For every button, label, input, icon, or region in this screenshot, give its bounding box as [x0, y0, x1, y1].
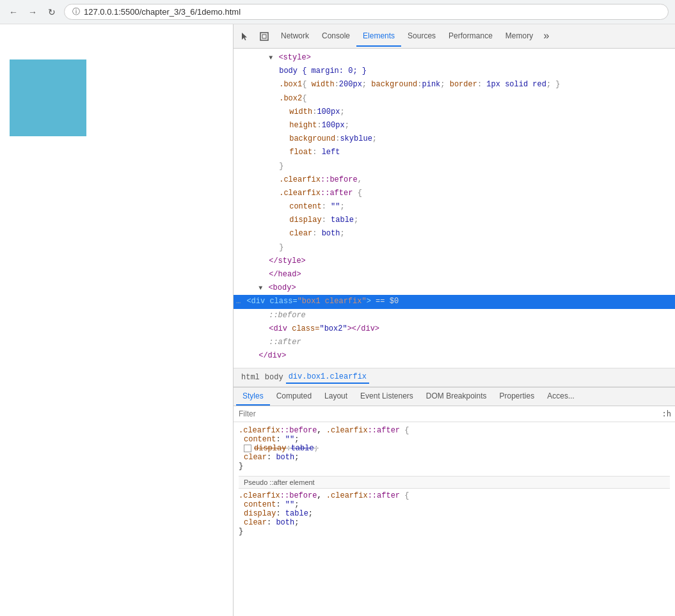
- dom-tree: ▼ <style> body { margin: 0; } .box1{ wid…: [234, 49, 675, 368]
- dom-line: </head>: [234, 268, 675, 281]
- dom-line: width:100px;: [234, 106, 675, 119]
- url-text: 127.0.0.1:5500/chapter_3/3_6/1demo.html: [84, 7, 241, 17]
- filter-pseudo-btn[interactable]: :h: [662, 409, 671, 418]
- tab-dom-breakpoints[interactable]: DOM Breakpoints: [420, 388, 493, 406]
- css-rule-1: .clearfix::before, .clearfix::after { co…: [239, 426, 670, 471]
- lock-icon: ⓘ: [72, 6, 80, 17]
- css-prop-display: display: table;: [244, 444, 670, 453]
- tab-sources[interactable]: Sources: [401, 26, 442, 47]
- breadcrumb-html[interactable]: html: [239, 372, 262, 383]
- blue-box-preview: [10, 59, 86, 136]
- tab-styles[interactable]: Styles: [236, 388, 270, 406]
- tab-layout[interactable]: Layout: [318, 388, 354, 406]
- breadcrumb-div[interactable]: div.box1.clearfix: [286, 371, 369, 384]
- address-bar: ⓘ 127.0.0.1:5500/chapter_3/3_6/1demo.htm…: [64, 4, 669, 20]
- dom-line: clear: both;: [234, 227, 675, 241]
- tab-memory[interactable]: Memory: [499, 26, 539, 47]
- dom-tree-section: ▼ <style> body { margin: 0; } .box1{ wid…: [234, 49, 675, 388]
- dom-line: body { margin: 0; }: [234, 65, 675, 78]
- dom-line: display: table;: [234, 214, 675, 227]
- tab-properties[interactable]: Properties: [493, 388, 541, 406]
- svg-rect-1: [262, 35, 266, 38]
- more-tabs-button[interactable]: »: [539, 28, 553, 45]
- main-layout: Network Console Elements Sources Perform…: [0, 24, 675, 616]
- dom-line: float: left: [234, 146, 675, 159]
- css-close-brace-1: }: [239, 462, 670, 471]
- css-close-brace-2: }: [239, 527, 670, 536]
- browser-chrome: ← → ↻ ⓘ 127.0.0.1:5500/chapter_3/3_6/1de…: [0, 0, 675, 24]
- tab-computed[interactable]: Computed: [270, 388, 318, 406]
- css-selector-1: .clearfix::before, .clearfix::after {: [239, 426, 670, 435]
- dom-line: .box1{ width:200px; background:pink; bor…: [234, 78, 675, 91]
- triangle-icon[interactable]: ▼: [269, 54, 273, 61]
- styles-content: .clearfix::before, .clearfix::after { co…: [234, 422, 675, 616]
- dom-line: height:100px;: [234, 119, 675, 132]
- breadcrumb-body[interactable]: body: [262, 372, 286, 383]
- dom-line: ▼ <style>: [234, 51, 675, 65]
- dom-selected-line[interactable]: … <div class="box1 clearfix"> == $0: [234, 295, 675, 308]
- styles-section: Styles Computed Layout Event Listeners D…: [234, 388, 675, 616]
- dom-line: .clearfix::after {: [234, 187, 675, 200]
- display-checkbox[interactable]: [244, 445, 251, 452]
- css-prop-content-2: content: "";: [244, 500, 670, 509]
- cursor-icon[interactable]: [236, 28, 254, 45]
- pseudo-section-label: Pseudo ::after element: [239, 476, 670, 489]
- dom-line: </style>: [234, 255, 675, 268]
- tab-acces[interactable]: Acces...: [541, 388, 581, 406]
- css-rule-2: .clearfix::before, .clearfix::after { co…: [239, 491, 670, 536]
- dom-line: </div>: [234, 349, 675, 363]
- box-icon[interactable]: [255, 28, 273, 45]
- tab-event-listeners[interactable]: Event Listeners: [354, 388, 420, 406]
- tab-network[interactable]: Network: [274, 26, 315, 47]
- css-prop-display-2: display: table;: [244, 509, 670, 518]
- tab-console[interactable]: Console: [315, 26, 356, 47]
- style-tabs: Styles Computed Layout Event Listeners D…: [234, 388, 675, 406]
- dom-line: <div class="box2"></div>: [234, 322, 675, 336]
- tab-elements[interactable]: Elements: [356, 26, 401, 47]
- dom-line: .clearfix::before,: [234, 173, 675, 187]
- tab-performance[interactable]: Performance: [442, 26, 499, 47]
- breadcrumb-bar: html body div.box1.clearfix: [234, 368, 675, 387]
- filter-input[interactable]: [237, 407, 662, 420]
- dom-line: }: [234, 160, 675, 173]
- css-prop-clear: clear: both;: [244, 453, 670, 462]
- reload-button[interactable]: ↻: [45, 5, 59, 19]
- dom-line: content: "";: [234, 200, 675, 214]
- devtools-panel: Network Console Elements Sources Perform…: [234, 24, 675, 616]
- back-button[interactable]: ←: [6, 5, 20, 19]
- css-prop-content: content: "";: [244, 435, 670, 444]
- dom-line: background:skyblue;: [234, 132, 675, 146]
- dom-line: ▼ <body>: [234, 281, 675, 295]
- page-preview: [0, 24, 234, 616]
- dom-line: }: [234, 241, 675, 255]
- triangle-icon[interactable]: ▼: [258, 285, 262, 292]
- svg-rect-0: [260, 33, 268, 40]
- filter-bar: :h: [234, 406, 675, 422]
- css-prop-clear-2: clear: both;: [244, 518, 670, 527]
- dom-line: ::after: [234, 336, 675, 349]
- forward-button[interactable]: →: [26, 5, 40, 19]
- css-selector-2: .clearfix::before, .clearfix::after {: [239, 491, 670, 500]
- dom-line: .box2{: [234, 92, 675, 106]
- devtools-top-tabs: Network Console Elements Sources Perform…: [234, 24, 675, 49]
- dom-line: ::before: [234, 309, 675, 322]
- dom-and-styles: ▼ <style> body { margin: 0; } .box1{ wid…: [234, 49, 675, 616]
